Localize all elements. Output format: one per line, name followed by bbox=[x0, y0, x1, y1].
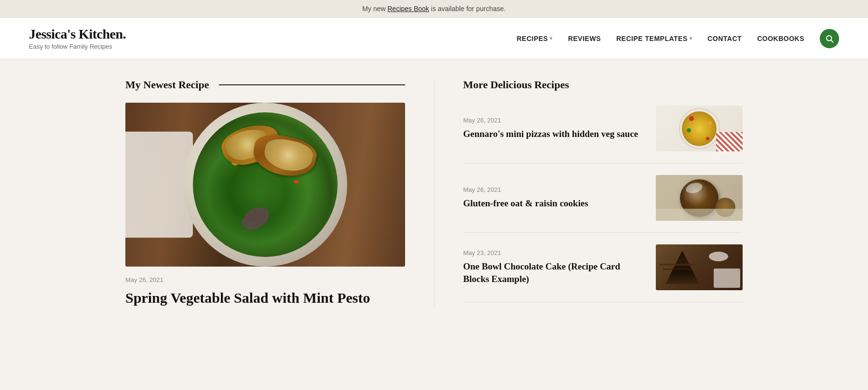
recipe-card-2-title[interactable]: Gluten-free oat & raisin cookies bbox=[463, 197, 647, 210]
newest-recipe-title[interactable]: Spring Vegetable Salad with Mint Pesto bbox=[125, 288, 405, 307]
salad-bowl-bg bbox=[125, 103, 405, 267]
recipe-card-1-title[interactable]: Gennaro's mini pizzas with hidden veg sa… bbox=[463, 128, 647, 140]
recipe-card-3-text: May 23, 2021 One Bowl Chocolate Cake (Re… bbox=[463, 249, 656, 285]
nav-dropdown-arrow-templates: ▾ bbox=[690, 36, 692, 41]
newest-recipe-image[interactable] bbox=[125, 103, 405, 267]
nav-label-contact: CONTACT bbox=[707, 35, 742, 42]
recipe-card-2-image[interactable] bbox=[656, 175, 743, 221]
nav-label-recipe-templates: RECIPE TEMPLATES bbox=[616, 35, 688, 42]
announcement-link[interactable]: Recipes Book bbox=[387, 5, 429, 13]
announcement-text-after: is available for purchase. bbox=[429, 5, 506, 13]
nav-item-recipes[interactable]: RECIPES ▾ bbox=[516, 35, 552, 42]
recipe-card-1-image[interactable] bbox=[656, 106, 743, 151]
nav-item-reviews[interactable]: REVIEWS bbox=[568, 35, 601, 42]
heading-divider bbox=[219, 84, 405, 85]
svg-point-0 bbox=[827, 36, 832, 41]
nav-item-cookbooks[interactable]: COOKBOOKS bbox=[757, 35, 804, 42]
recipe-card-1-text: May 26, 2021 Gennaro's mini pizzas with … bbox=[463, 117, 656, 140]
recipe-card-3-date: May 23, 2021 bbox=[463, 249, 647, 256]
recipe-card-2: May 26, 2021 Gluten-free oat & raisin co… bbox=[463, 163, 743, 233]
site-title[interactable]: Jessica's Kitchen. bbox=[29, 27, 126, 42]
main-nav: RECIPES ▾ REVIEWS RECIPE TEMPLATES ▾ CON… bbox=[516, 29, 839, 48]
main-content: My Newest Recipe bbox=[96, 59, 772, 326]
search-button[interactable] bbox=[820, 29, 839, 48]
nav-dropdown-arrow-recipes: ▾ bbox=[550, 36, 553, 41]
newest-recipe-date: May 26, 2021 bbox=[125, 276, 405, 283]
recipe-card-1-date: May 26, 2021 bbox=[463, 117, 647, 124]
recipe-card-2-text: May 26, 2021 Gluten-free oat & raisin co… bbox=[463, 186, 656, 210]
nav-label-reviews: REVIEWS bbox=[568, 35, 601, 42]
search-icon bbox=[825, 34, 834, 43]
svg-line-1 bbox=[831, 40, 833, 42]
recipe-card-3-image[interactable] bbox=[656, 244, 743, 290]
site-tagline: Easy to follow Family Recipes bbox=[29, 43, 126, 50]
recipe-card-3-title[interactable]: One Bowl Chocolate Cake (Recipe Card Blo… bbox=[463, 260, 647, 285]
nav-item-contact[interactable]: CONTACT bbox=[707, 35, 742, 42]
more-recipes-heading: More Delicious Recipes bbox=[463, 79, 743, 91]
announcement-bar: My new Recipes Book is available for pur… bbox=[0, 0, 868, 18]
more-recipes-section: More Delicious Recipes May 26, 2021 Genn… bbox=[434, 79, 743, 307]
nav-label-recipes: RECIPES bbox=[516, 35, 548, 42]
nav-label-cookbooks: COOKBOOKS bbox=[757, 35, 804, 42]
announcement-text-before: My new bbox=[362, 5, 387, 13]
recipe-card-3: May 23, 2021 One Bowl Chocolate Cake (Re… bbox=[463, 233, 743, 302]
recipe-card-2-date: May 26, 2021 bbox=[463, 186, 647, 193]
site-branding: Jessica's Kitchen. Easy to follow Family… bbox=[29, 27, 126, 50]
newest-recipe-heading: My Newest Recipe bbox=[125, 79, 209, 91]
newest-recipe-heading-container: My Newest Recipe bbox=[125, 79, 405, 91]
site-header: Jessica's Kitchen. Easy to follow Family… bbox=[0, 18, 868, 59]
newest-recipe-section: My Newest Recipe bbox=[125, 79, 434, 307]
recipe-card-1: May 26, 2021 Gennaro's mini pizzas with … bbox=[463, 106, 743, 163]
nav-item-recipe-templates[interactable]: RECIPE TEMPLATES ▾ bbox=[616, 35, 692, 42]
